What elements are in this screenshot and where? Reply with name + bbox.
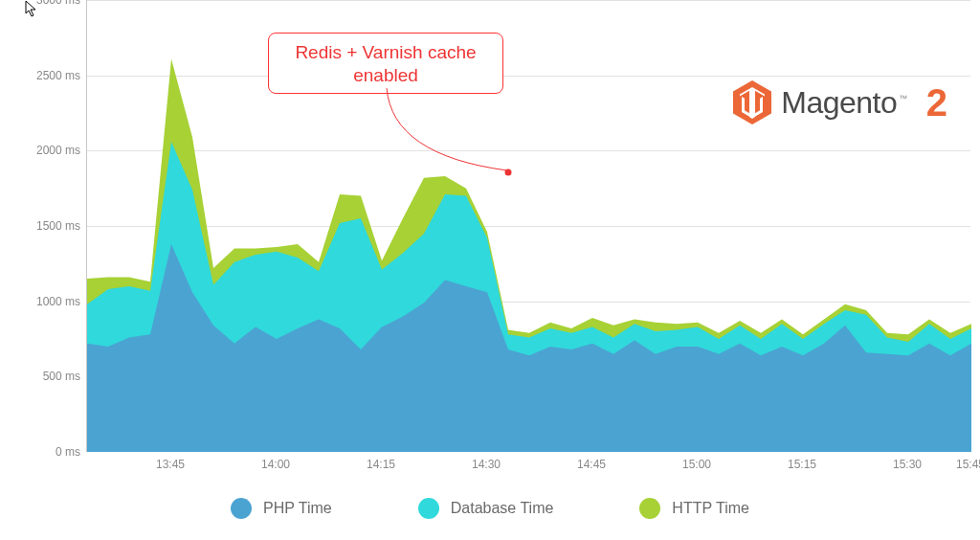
legend-label: Database Time [451, 500, 554, 517]
logo-brand-name: Magento [781, 85, 897, 120]
magento-logo: Magento™ 2 [733, 80, 947, 124]
x-tick-label: 15:30 [893, 458, 922, 471]
legend-swatch [639, 498, 660, 519]
y-tick-label: 1000 ms [0, 295, 80, 308]
magento-hex-icon [733, 80, 771, 124]
y-tick-label: 500 ms [0, 370, 80, 383]
legend-item-http[interactable]: HTTP Time [639, 498, 749, 519]
logo-version: 2 [926, 81, 947, 124]
x-tick-label: 15:45 [956, 458, 980, 471]
y-tick-label: 2500 ms [0, 69, 80, 82]
x-tick-label: 13:45 [156, 458, 185, 471]
legend-item-php[interactable]: PHP Time [231, 498, 332, 519]
legend-swatch [418, 498, 439, 519]
legend-item-database[interactable]: Database Time [418, 498, 554, 519]
stacked-area-svg [87, 0, 971, 452]
x-tick-label: 14:15 [367, 458, 395, 471]
legend: PHP Time Database Time HTTP Time [0, 498, 980, 519]
x-tick-label: 15:00 [682, 458, 711, 471]
legend-label: PHP Time [263, 500, 332, 517]
legend-label: HTTP Time [672, 500, 749, 517]
logo-brand-text: Magento™ [781, 85, 907, 121]
logo-tm: ™ [899, 94, 907, 103]
x-tick-label: 15:15 [788, 458, 816, 471]
annotation-text-line: enabled [284, 64, 487, 87]
y-tick-label: 3000 ms [0, 0, 80, 7]
y-tick-label: 1500 ms [0, 219, 80, 233]
chart-container: 3000 ms 2500 ms 2000 ms 1500 ms 1000 ms … [0, 0, 980, 540]
y-tick-label: 0 ms [0, 445, 80, 459]
x-tick-label: 14:00 [261, 458, 290, 471]
legend-swatch [231, 498, 252, 519]
annotation-callout: Redis + Varnish cache enabled [268, 33, 503, 94]
annotation-text-line: Redis + Varnish cache [284, 41, 487, 64]
x-tick-label: 14:30 [472, 458, 501, 471]
x-tick-label: 14:45 [577, 458, 606, 471]
plot-area [86, 0, 970, 452]
y-tick-label: 2000 ms [0, 144, 80, 157]
